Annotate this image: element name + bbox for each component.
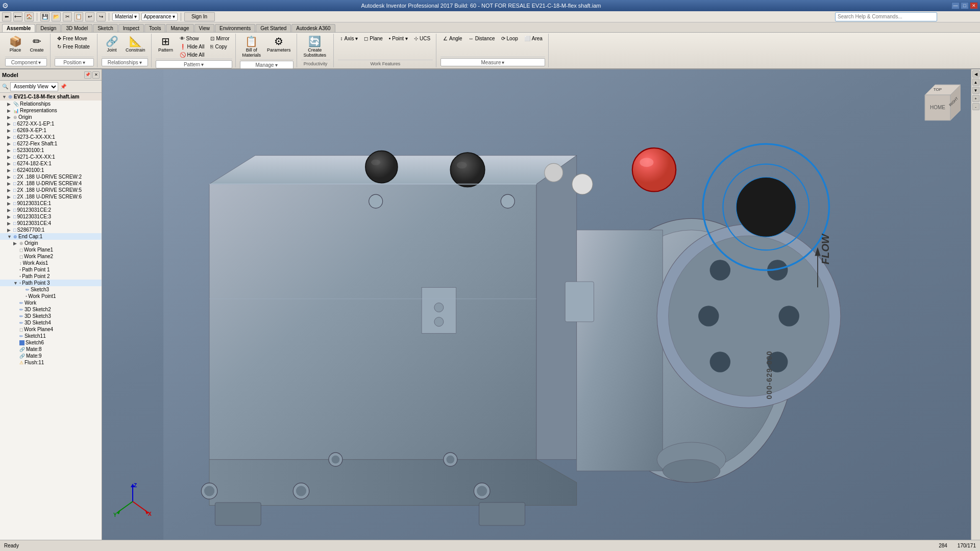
tree-item-screw4[interactable]: ▶ □ 2X .188 U-DRIVE SCREW:4 [0,180,102,187]
tab-assemble[interactable]: Assemble [2,24,35,32]
create-button[interactable]: ✏ Create [27,35,47,54]
tree-item-representations[interactable]: ▶ 📊 Representations [0,107,102,114]
right-btn-2[interactable]: ▲ [972,79,979,86]
redo-button[interactable]: ↪ [96,12,106,21]
copy-button[interactable]: ⎘ Copy [208,43,232,51]
loop-button[interactable]: ⟳ Loop [499,35,521,42]
tree-item-workpoint1[interactable]: • Work Point1 [0,293,102,299]
tree-item-6271cxxxx1[interactable]: ▶ □ 6271-C-XX-XX:1 [0,154,102,160]
pattern-button[interactable]: ⊞ Pattern [156,35,176,59]
axis-button[interactable]: ↕ Axis ▾ [338,35,361,42]
right-btn-1[interactable]: ◀ [972,70,979,78]
6274-expand[interactable]: ▶ [7,161,13,166]
tree-item-work[interactable]: ✏ Work [0,299,102,306]
tree-item-s2867700-1[interactable]: ▶ □ S2867700:1 [0,227,102,233]
show-button[interactable]: 👁 Show [177,35,207,42]
hide-all-button[interactable]: 🚫 Hide All [177,51,207,59]
tree-item-origin[interactable]: ▶ ⊕ Origin [0,114,102,120]
tab-getstarted[interactable]: Get Started [256,24,291,32]
create-substitutes-button[interactable]: 🔄 CreateSubstitutes [301,35,329,59]
tree-item-flush11[interactable]: ⚠ Flush:11 [0,359,102,366]
tab-manage[interactable]: Manage [166,24,193,32]
root-expand-icon[interactable]: ▼ [2,94,8,99]
pattern-dropdown[interactable]: Pattern ▾ [156,60,232,68]
origin2-expand[interactable]: ▶ [13,241,19,246]
tree-item-workplane4[interactable]: ◻ Work Plane4 [0,326,102,333]
material-dropdown[interactable]: Material ▾ [112,13,139,21]
screw6-expand[interactable]: ▶ [7,194,13,199]
tree-item-workplane1[interactable]: ◻ Work Plane1 [0,246,102,253]
origin-expand[interactable]: ▶ [7,115,13,120]
tree-item-pathpoint3[interactable]: ▼ • Path Point 3 [0,280,102,286]
tree-root[interactable]: ▼ ⊕ EV21-C-18-M-flex shaft.iam [0,93,102,101]
tree-item-sketch3[interactable]: ✏ Sketch3 [0,286,102,293]
tab-3dmodel[interactable]: 3D Model [61,24,92,32]
tree-item-screw6[interactable]: ▶ □ 2X .188 U-DRIVE SCREW:6 [0,193,102,200]
panel-pin-button[interactable]: 📌 [84,71,91,79]
ucs-button[interactable]: ⊹ UCS [411,35,433,42]
place-button[interactable]: 📦 Place [5,35,26,54]
distance-button[interactable]: ↔ Distance [466,35,498,42]
show-sick-button[interactable]: ❗ Hide All [177,43,207,51]
panel-close-button[interactable]: ✕ [92,71,100,79]
tab-sketch[interactable]: Sketch [93,24,118,32]
mirror-button[interactable]: ⊡ Mirror [208,35,232,42]
back-button[interactable]: ⬅ [2,12,11,21]
viewport[interactable]: FLOW 000-629-000 [102,69,971,540]
tree-item-end-cap1[interactable]: ▼ ⊕ End Cap:1 [0,233,102,240]
tree-item-relationships[interactable]: ▶ 📎 Relationships [0,101,102,107]
free-move-button[interactable]: ✥ Free Move [55,35,92,42]
screw4-expand[interactable]: ▶ [7,181,13,186]
bill-of-materials-button[interactable]: 📋 Bill ofMaterials [240,35,264,59]
minimize-button[interactable]: — [951,2,960,9]
tree-item-6273cxxxx1[interactable]: ▶ □ 6273-C-XX-XX:1 [0,134,102,140]
navcube[interactable]: HOME TOP RIGHT [915,80,961,126]
tree-item-90123031ce1[interactable]: ▶ □ 90123031CE:1 [0,200,102,207]
tab-a360[interactable]: Autodesk A360 [291,24,335,32]
joint-button[interactable]: 🔗 Joint [102,35,122,54]
tree-item-3dsketch4[interactable]: ✏ 3D Sketch4 [0,319,102,326]
representations-expand[interactable]: ▶ [7,108,13,113]
tree-item-52330100-1[interactable]: ▶ □ 52330100:1 [0,147,102,154]
tree-item-90123031ce3[interactable]: ▶ □ 90123031CE:3 [0,213,102,220]
maximize-button[interactable]: □ [961,2,969,9]
6273-expand[interactable]: ▶ [7,135,13,140]
pp3-expand[interactable]: ▼ [13,281,19,286]
view-type-dropdown[interactable]: Assembly View Model View [10,82,58,91]
6271-expand[interactable]: ▶ [7,155,13,160]
save-button[interactable]: 💾 [40,12,50,21]
tree-item-6269xep1[interactable]: ▶ □ 6269-X-EP:1 [0,127,102,134]
open-button[interactable]: 📂 [52,12,61,21]
ce2-expand[interactable]: ▶ [7,208,13,213]
52330100-expand[interactable]: ▶ [7,148,13,153]
position-dropdown[interactable]: Position ▾ [55,58,94,66]
right-btn-5[interactable]: - [972,103,979,110]
component-dropdown[interactable]: Component ▾ [5,58,47,66]
end-cap-expand[interactable]: ▼ [7,234,13,239]
tab-inspect[interactable]: Inspect [118,24,144,32]
tree-item-pathpoint1[interactable]: • Path Point 1 [0,266,102,273]
6269-expand[interactable]: ▶ [7,128,13,133]
area-button[interactable]: ⬜ Area [522,35,545,42]
tree-item-origin2[interactable]: ▶ ⊕ Origin [0,240,102,246]
s2867-expand[interactable]: ▶ [7,228,13,233]
ce1-expand[interactable]: ▶ [7,201,13,206]
right-btn-3[interactable]: ▼ [972,87,979,94]
tree-item-pathpoint2[interactable]: • Path Point 2 [0,273,102,280]
tree-item-mate9[interactable]: 🔗 Mate:9 [0,353,102,359]
tree-item-6272-flex-shaft1[interactable]: ▶ □ 6272-Flex Shaft:1 [0,140,102,147]
sign-in-button[interactable]: Sign In [184,12,215,21]
tree-item-mate8[interactable]: 🔗 Mate:8 [0,346,102,353]
tree-item-screw5[interactable]: ▶ □ 2X .188 U-DRIVE SCREW:5 [0,187,102,193]
ce3-expand[interactable]: ▶ [7,214,13,219]
copy-tool-button[interactable]: 📋 [74,12,83,21]
angle-button[interactable]: ∠ Angle [440,35,465,42]
undo-button[interactable]: ↩ [85,12,94,21]
cut-button[interactable]: ✂ [63,12,72,21]
screw2-expand[interactable]: ▶ [7,174,13,180]
right-btn-4[interactable]: + [972,95,979,102]
parameters-button[interactable]: ⚙ Parameters [264,35,293,59]
relationships-expand[interactable]: ▶ [7,102,13,107]
tree-item-3dsketch3[interactable]: ✏ 3D Sketch3 [0,313,102,319]
search-input[interactable] [835,12,937,21]
